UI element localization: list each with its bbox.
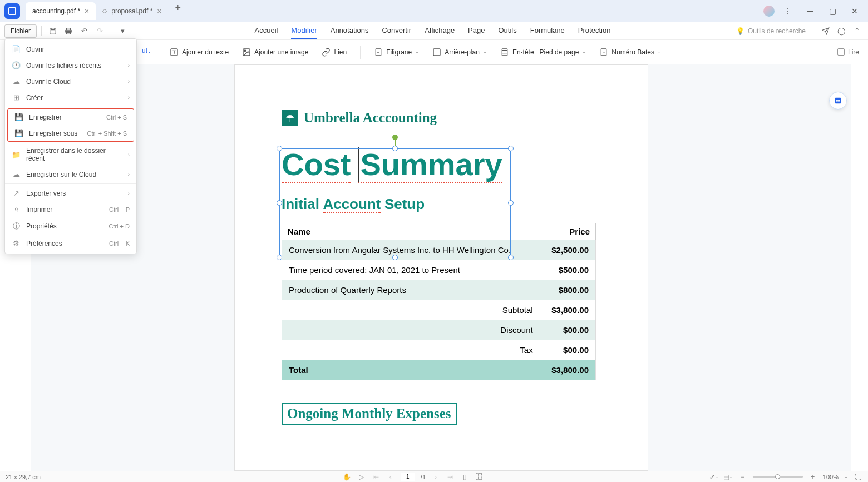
kebab-icon[interactable]: ⋮ bbox=[779, 2, 797, 20]
menu-properties[interactable]: ⓘ Propriétés Ctrl + D bbox=[5, 217, 136, 235]
close-icon[interactable]: × bbox=[157, 7, 161, 16]
menu-open-cloud[interactable]: ☁ Ouvrir le Cloud › bbox=[5, 73, 136, 90]
menu-print[interactable]: 🖨 Imprimer Ctrl + P bbox=[5, 201, 136, 217]
last-page-icon[interactable]: ⇥ bbox=[446, 473, 455, 481]
layout2-icon[interactable]: ⿲ bbox=[475, 473, 484, 481]
menu-create[interactable]: ⊞ Créer › bbox=[5, 90, 136, 106]
zoom-dropdown-icon[interactable]: ⌄ bbox=[844, 474, 848, 479]
svg-point-5 bbox=[244, 50, 246, 52]
sliders-icon: ⚙ bbox=[12, 239, 21, 247]
nav-accueil[interactable]: Accueil bbox=[255, 23, 278, 39]
prev-page-icon[interactable]: ‹ bbox=[386, 473, 395, 481]
menu-preferences[interactable]: ⚙ Préférences Ctrl + K bbox=[5, 235, 136, 251]
folder-icon: 📁 bbox=[12, 151, 21, 159]
save-icon: 💾 bbox=[14, 113, 23, 121]
resize-handle[interactable] bbox=[508, 146, 514, 151]
tab-proposal[interactable]: ◇ proposal.pdf * × bbox=[96, 2, 168, 20]
maximize-button[interactable]: ▢ bbox=[823, 2, 841, 20]
menu-export[interactable]: ↗ Exporter vers › bbox=[5, 185, 136, 201]
nav-outils[interactable]: Outils bbox=[498, 23, 516, 39]
svg-rect-9 bbox=[601, 49, 606, 56]
add-text-button[interactable]: Ajouter du texte bbox=[170, 48, 229, 57]
add-image-button[interactable]: Ajouter une image bbox=[242, 48, 308, 57]
menu-save[interactable]: 💾 Enregistrer Ctrl + S bbox=[8, 109, 134, 125]
help-icon[interactable]: ◯ bbox=[835, 24, 848, 38]
resize-handle[interactable] bbox=[508, 255, 514, 260]
total-pages: /1 bbox=[421, 474, 426, 480]
nav-affichage[interactable]: Affichage bbox=[425, 23, 455, 39]
plus-file-icon: ⊞ bbox=[12, 93, 21, 102]
zoom-thumb[interactable] bbox=[775, 474, 780, 479]
col-price: Price bbox=[540, 223, 595, 240]
save-icon[interactable] bbox=[46, 24, 60, 38]
close-icon[interactable]: × bbox=[85, 7, 89, 16]
hand-icon[interactable]: ✋ bbox=[343, 473, 352, 481]
redo-icon[interactable]: ↷ bbox=[93, 24, 106, 38]
first-page-icon[interactable]: ⇤ bbox=[372, 473, 381, 481]
app-icon[interactable] bbox=[4, 3, 20, 19]
floating-word-button[interactable]: W bbox=[829, 92, 847, 110]
resize-handle[interactable] bbox=[392, 255, 398, 260]
selection-box[interactable] bbox=[279, 148, 511, 257]
info-icon: ⓘ bbox=[12, 221, 21, 231]
table-row: Production of Quarterly Reports $800.00 bbox=[282, 280, 596, 300]
header-footer-button[interactable]: En-tête _Pied de page⌄ bbox=[500, 48, 586, 57]
menu-save-as[interactable]: 💾 Enregistrer sous Ctrl + Shift + S bbox=[8, 125, 134, 141]
zoom-slider[interactable] bbox=[753, 476, 803, 478]
collapse-icon[interactable]: ⌃ bbox=[850, 24, 864, 38]
undo-icon[interactable]: ↶ bbox=[77, 24, 91, 38]
avatar-button[interactable] bbox=[763, 6, 775, 17]
menu-save-recent-folder[interactable]: 📁 Enregistrer dans le dossier récent › bbox=[5, 143, 136, 166]
resize-handle[interactable] bbox=[277, 146, 282, 151]
zoom-out-icon[interactable]: − bbox=[738, 473, 747, 481]
bates-button[interactable]: Numéro Bates⌄ bbox=[599, 48, 662, 57]
print-icon: 🖨 bbox=[12, 205, 21, 213]
watermark-button[interactable]: Filigrane⌄ bbox=[374, 48, 419, 57]
nav-page[interactable]: Page bbox=[468, 23, 485, 39]
read-toggle[interactable]: Lire bbox=[837, 48, 859, 56]
nav-annotations[interactable]: Annotations bbox=[331, 23, 369, 39]
svg-rect-7 bbox=[433, 49, 440, 56]
link-button[interactable]: Lien bbox=[322, 48, 347, 57]
zoom-in-icon[interactable]: + bbox=[808, 473, 817, 481]
right-sidebar: ◂ bbox=[851, 64, 868, 471]
svg-rect-0 bbox=[50, 28, 56, 34]
nav-formulaire[interactable]: Formulaire bbox=[530, 23, 565, 39]
send-icon[interactable] bbox=[819, 24, 832, 38]
dropdown-icon[interactable]: ▾ bbox=[116, 24, 129, 38]
menu-open-recent[interactable]: 🕐 Ouvrir les fichiers récents › bbox=[5, 57, 136, 73]
checkbox-icon[interactable] bbox=[837, 48, 845, 56]
tab-accounting[interactable]: accounting.pdf * × bbox=[26, 2, 96, 20]
file-button[interactable]: Fichier bbox=[4, 24, 37, 38]
search-tools[interactable]: 💡 Outils de recherche bbox=[736, 27, 806, 35]
resize-handle[interactable] bbox=[277, 200, 282, 206]
close-button[interactable]: ✕ bbox=[846, 2, 864, 20]
section-ongoing[interactable]: Ongoing Monthly Expenses bbox=[282, 403, 457, 425]
resize-handle[interactable] bbox=[508, 200, 514, 206]
cursor-icon[interactable]: ▷ bbox=[357, 473, 366, 481]
add-tab-button[interactable]: + bbox=[169, 2, 188, 20]
zoom-controls: ⤢⌄ ▤⌄ − + 100% ⌄ ⛶ bbox=[709, 473, 862, 481]
total-row: Total $3,800.00 bbox=[282, 360, 596, 380]
fit-width-icon[interactable]: ⤢⌄ bbox=[709, 473, 718, 481]
pdf-page[interactable]: ☂ Umbrella Acccounting Cost Summary Init… bbox=[234, 64, 648, 471]
next-page-icon[interactable]: › bbox=[431, 473, 440, 481]
fullscreen-icon[interactable]: ⛶ bbox=[854, 473, 862, 481]
rotate-handle[interactable] bbox=[392, 135, 398, 140]
resize-handle[interactable] bbox=[392, 146, 398, 151]
background-button[interactable]: Arrière-plan⌄ bbox=[432, 48, 487, 57]
menu-open[interactable]: 📄 Ouvrir bbox=[5, 41, 136, 57]
minimize-button[interactable]: ─ bbox=[801, 2, 819, 20]
nav-modifier[interactable]: Modifier bbox=[291, 23, 317, 39]
layout1-icon[interactable]: ▯ bbox=[460, 473, 469, 481]
scroll-mode-icon[interactable]: ▤⌄ bbox=[724, 473, 733, 481]
table-row: Time period covered: JAN 01, 2021 to Pre… bbox=[282, 260, 596, 280]
resize-handle[interactable] bbox=[277, 255, 282, 260]
page-input[interactable] bbox=[401, 473, 415, 481]
menu-save-cloud[interactable]: ☁ Enregistrer sur le Cloud › bbox=[5, 166, 136, 182]
export-icon: ↗ bbox=[12, 189, 21, 197]
nav-convertir[interactable]: Convertir bbox=[382, 23, 411, 39]
page-dimensions: 21 x 29,7 cm bbox=[6, 474, 117, 480]
print-icon[interactable] bbox=[62, 24, 75, 38]
nav-protection[interactable]: Protection bbox=[578, 23, 611, 39]
